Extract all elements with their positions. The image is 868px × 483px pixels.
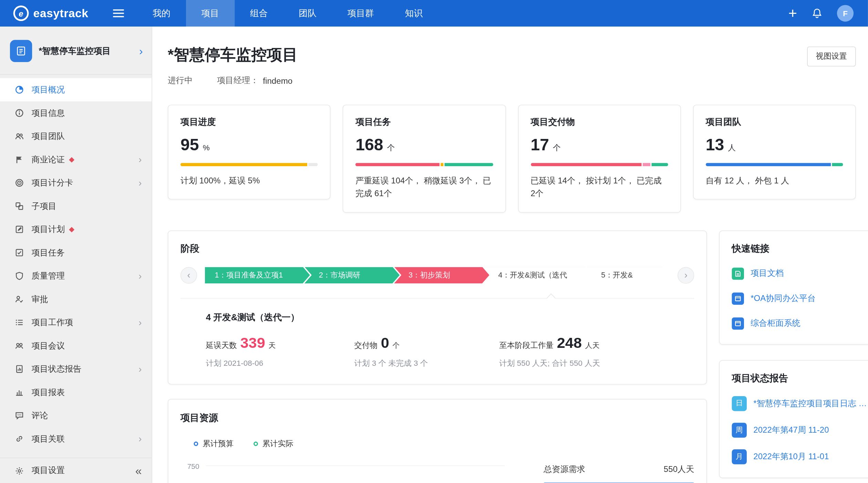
quick-link-label: 项目文档 <box>751 268 784 279</box>
stat-card-deliverables[interactable]: 项目交付物 17 个 已延误 14个， 按计划 1个， 已完成 2个 <box>518 105 681 213</box>
stats-row: 项目进度 95 % 计划 100%，延误 5% 项目任务 168 个 严重 <box>168 105 856 213</box>
nav-item-program[interactable]: 项目群 <box>332 0 390 27</box>
chevron-right-icon: › <box>138 434 142 443</box>
sidebar-item-plan[interactable]: 项目计划 <box>0 218 152 241</box>
stat-card-progress[interactable]: 项目进度 95 % 计划 100%，延误 5% <box>168 105 331 200</box>
page-meta: 进行中 项目经理： findemo <box>168 76 856 86</box>
sidebar-item-label: 审批 <box>32 294 48 305</box>
report-doc-icon <box>14 364 24 374</box>
metric-sub: 计划 550 人天; 合计 550 人天 <box>499 358 600 368</box>
notifications-button[interactable] <box>812 8 823 19</box>
stat-card-team[interactable]: 项目团队 13 人 自有 12 人， 外包 1 人 <box>693 105 856 200</box>
sidebar-item-settings[interactable]: 项目设置 « <box>0 457 152 483</box>
sidebar-item-workitems[interactable]: 项目工作项 › <box>0 311 152 334</box>
red-diamond-marker <box>69 157 74 162</box>
chevron-right-icon: › <box>138 155 142 164</box>
legend-item-actual[interactable]: 累计实际 <box>254 439 293 449</box>
nav-item-team[interactable]: 团队 <box>283 0 332 27</box>
legend-label: 累计预算 <box>203 439 234 449</box>
sidebar-item-approval[interactable]: 审批 <box>0 288 152 311</box>
line-chart-svg <box>206 457 505 483</box>
chevron-right-icon: › <box>138 364 142 374</box>
link-icon <box>14 434 24 444</box>
pie-chart-icon <box>14 85 24 95</box>
stage-2[interactable]: 2：市场调研 <box>304 267 400 283</box>
chevron-right-icon: › <box>138 178 142 188</box>
manager-name[interactable]: findemo <box>263 76 292 85</box>
hamburger-icon <box>113 9 124 18</box>
stat-title: 项目团队 <box>706 116 843 128</box>
stage-1[interactable]: 1：项目准备及立项1 <box>205 267 310 283</box>
sidebar-item-scorecard[interactable]: 项目计分卡 › <box>0 171 152 194</box>
bar-segment <box>441 163 443 166</box>
stat-unit: 人 <box>728 143 736 153</box>
bar-segment <box>180 163 307 166</box>
metric-label: 延误天数 <box>206 341 237 351</box>
sidebar-item-subprojects[interactable]: 子项目 <box>0 194 152 218</box>
status-report-monthly[interactable]: 月 2022年第10月 11-01 <box>732 449 868 464</box>
nav-item-my[interactable]: 我的 <box>137 0 186 27</box>
chevron-right-icon[interactable]: › <box>139 46 143 57</box>
stages-title: 阶段 <box>180 242 694 254</box>
metric-delay-days: 延误天数 339 天 计划 2021-08-06 <box>206 334 354 368</box>
project-header[interactable]: *智慧停车监控项目 › <box>0 27 152 75</box>
stat-number: 13 人 <box>706 135 843 154</box>
stages-card: 阶段 ‹ 1：项目准备及立项1 2：市场调研 3：初步策划 4：开发&测试（迭代… <box>168 230 707 384</box>
quick-link-oa[interactable]: *OA协同办公平台 <box>732 292 868 304</box>
manager-label: 项目经理： <box>217 76 259 86</box>
page-header: *智慧停车监控项目 视图设置 <box>168 44 856 67</box>
sidebar-item-label: 项目状态报告 <box>32 364 82 374</box>
legend-item-budget[interactable]: 累计预算 <box>194 439 234 449</box>
sidebar-item-info[interactable]: 项目信息 <box>0 101 152 124</box>
collapse-sidebar-button[interactable]: « <box>135 465 142 476</box>
sidebar-item-overview[interactable]: 项目概况 <box>0 78 152 101</box>
sidebar-item-status-reports[interactable]: 项目状态报告 › <box>0 358 152 381</box>
sidebar-item-relations[interactable]: 项目关联 › <box>0 427 152 450</box>
sidebar-item-team[interactable]: 项目团队 <box>0 125 152 148</box>
sidebar-item-label: 商业论证 <box>32 154 65 165</box>
stat-unit: % <box>203 143 210 152</box>
sidebar-item-comments[interactable]: 评论 <box>0 404 152 427</box>
stages-prev-button[interactable]: ‹ <box>180 267 197 283</box>
status-reports-card: 项目状态报告 日 *智慧停车监控项目项目日志 … 周 2022年第47周 11-… <box>719 360 868 478</box>
sidebar-item-quality[interactable]: 质量管理 › <box>0 264 152 288</box>
bar-segment <box>355 163 439 166</box>
bar-segment <box>832 163 843 166</box>
stat-value: 13 <box>706 135 724 154</box>
brand-logo[interactable]: e easytrack <box>0 6 89 21</box>
stage-5[interactable]: 5：开发& <box>587 267 670 283</box>
stat-unit: 个 <box>553 143 560 153</box>
sidebar-item-label: 项目团队 <box>32 131 65 142</box>
sidebar-item-tasks[interactable]: 项目任务 <box>0 241 152 264</box>
status-report-label: 2022年第47周 11-20 <box>753 425 829 435</box>
status-report-label: 2022年第10月 11-01 <box>753 451 829 462</box>
quick-link-docs[interactable]: 项目文档 <box>732 267 868 279</box>
add-button[interactable]: + <box>788 6 797 21</box>
status-report-daily[interactable]: 日 *智慧停车监控项目项目日志 … <box>732 396 868 411</box>
gear-icon <box>14 466 24 476</box>
stage-4[interactable]: 4：开发&测试（迭代 <box>484 267 592 283</box>
content-grid: 阶段 ‹ 1：项目准备及立项1 2：市场调研 3：初步策划 4：开发&测试（迭代… <box>168 230 856 483</box>
progress-bar <box>530 163 668 166</box>
stage-3[interactable]: 3：初步策划 <box>394 267 489 283</box>
page-title: *智慧停车监控项目 <box>168 44 298 66</box>
stat-unit: 个 <box>387 143 395 153</box>
metric-value: 0 <box>381 334 389 352</box>
sidebar-item-meetings[interactable]: 项目会议 <box>0 334 152 357</box>
nav-item-projects[interactable]: 项目 <box>186 0 234 27</box>
stages-next-button[interactable]: › <box>678 267 694 283</box>
menu-toggle-button[interactable] <box>113 9 124 18</box>
stat-description: 已延误 14个， 按计划 1个， 已完成 2个 <box>530 174 668 200</box>
nav-item-knowledge[interactable]: 知识 <box>390 0 438 27</box>
quick-link-counter-system[interactable]: 综合柜面系统 <box>732 317 868 329</box>
sidebar-item-business-case[interactable]: 商业论证 › <box>0 148 152 171</box>
sidebar-item-reports[interactable]: 项目报表 <box>0 381 152 404</box>
stat-number: 168 个 <box>355 135 493 154</box>
status-report-weekly[interactable]: 周 2022年第47周 11-20 <box>732 422 868 437</box>
avatar[interactable]: F <box>837 5 854 21</box>
document-icon <box>732 267 744 279</box>
stat-card-tasks[interactable]: 项目任务 168 个 严重延误 104个， 稍微延误 3个， 已完成 61个 <box>343 105 506 213</box>
sidebar-item-label: 评论 <box>32 410 48 421</box>
view-settings-button[interactable]: 视图设置 <box>807 47 856 67</box>
nav-item-portfolio[interactable]: 组合 <box>235 0 283 27</box>
